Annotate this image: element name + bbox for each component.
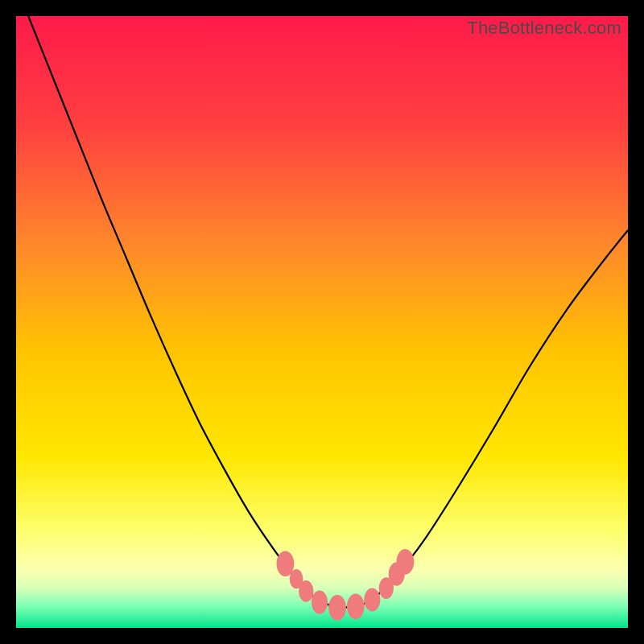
marker-group: [277, 549, 415, 621]
curve-left: [28, 16, 341, 608]
marker-dot: [299, 580, 313, 602]
marker-dot: [312, 590, 328, 613]
marker-dot: [364, 588, 380, 611]
curve-right: [341, 230, 628, 608]
marker-dot: [396, 549, 414, 575]
marker-dot: [328, 595, 346, 621]
plot-area: TheBottleneck.com: [16, 16, 628, 628]
curve-layer: [16, 16, 628, 628]
chart-frame: TheBottleneck.com: [0, 0, 644, 644]
marker-dot: [347, 594, 365, 620]
